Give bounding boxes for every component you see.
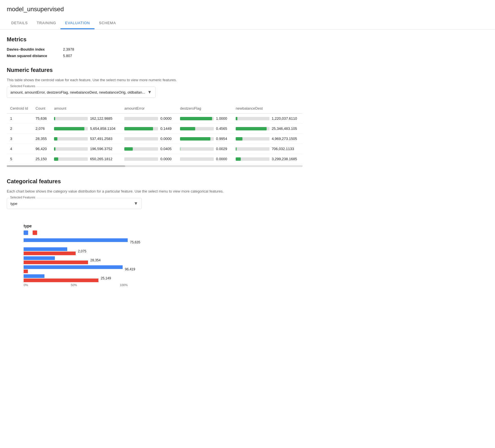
metrics-title: Metrics (7, 36, 303, 43)
bar-cell: 0.0000 (180, 157, 229, 161)
cell-destzeroflag: 0.9954 (177, 134, 232, 144)
cell-amounterror: 0.0000 (121, 154, 177, 164)
cell-newbalancedest: 1,220,037.6110 (232, 114, 303, 124)
chart-row: 28,354 (24, 256, 303, 264)
bar-blue (24, 238, 128, 242)
bar-cell: 3,299,238.1685 (236, 157, 299, 161)
categorical-select-value: type (10, 202, 17, 206)
bar-bg (124, 157, 158, 161)
bar-bg (180, 127, 214, 130)
col-header-newbalancedest: newbalanceDest (232, 103, 303, 114)
cell-amounterror: 0.1449 (121, 124, 177, 134)
cell-amount: 162,122.9885 (51, 114, 121, 124)
bar-cell: 0.1449 (124, 126, 173, 131)
chart-row-value: 96,419 (125, 267, 135, 271)
table-scroll-indicator[interactable] (7, 165, 303, 167)
bar-bg (54, 117, 88, 120)
table-row: 5 25,150 650,265.1812 0.0000 (7, 154, 303, 164)
bar-blue (24, 274, 44, 278)
categorical-features-title: Categorical features (7, 178, 303, 185)
bar-fill (124, 147, 133, 151)
bar-fill (180, 117, 212, 120)
col-header-centroid-id: Centroid Id (7, 103, 32, 114)
chart-bar-group (24, 256, 88, 264)
chart-row-value: 28,354 (90, 258, 101, 262)
bar-cell: 4,969,273.1505 (236, 137, 299, 141)
chart-bar-group (24, 274, 98, 282)
chart-bar-group (24, 247, 76, 255)
bar-bg (54, 157, 88, 161)
bar-bg (180, 117, 214, 120)
col-header-destzeroflag: destzeroFlag (177, 103, 232, 114)
bar-bg (236, 127, 269, 130)
metric-row-davies: Davies–Bouldin index 2.3978 (7, 47, 303, 51)
cell-amount: 5,654,858.1104 (51, 124, 121, 134)
bar-fill (54, 117, 55, 120)
cell-destzeroflag: 0.0000 (177, 154, 232, 164)
tab-evaluation[interactable]: EVALUATION (60, 17, 94, 29)
x-label-50: 50% (71, 283, 77, 287)
cell-amounterror: 0.0405 (121, 144, 177, 154)
cell-count: 96,420 (32, 144, 51, 154)
bar-blue (24, 265, 123, 269)
chart-title: type (24, 224, 303, 228)
bar-blue (24, 256, 55, 260)
categorical-features-section: Categorical features Each chart below sh… (7, 178, 303, 291)
bar-fill (54, 127, 84, 130)
cell-amount: 650,265.1812 (51, 154, 121, 164)
bar-cell: 650,265.1812 (54, 157, 118, 161)
numeric-features-select[interactable]: amount, amountError, destzeroFlag, newba… (7, 87, 156, 98)
numeric-features-title: Numeric features (7, 67, 303, 73)
chart-row: 75,635 (24, 238, 303, 246)
bar-bg (236, 147, 269, 151)
chart-row: 25,149 (24, 274, 303, 282)
bar-fill (54, 137, 57, 141)
metric-label-davies: Davies–Bouldin index (7, 47, 63, 51)
categorical-features-description: Each chart below shows the category valu… (7, 189, 303, 193)
bar-cell: 0.4565 (180, 126, 229, 131)
categorical-features-select-container: Selected Features type ▼ (7, 198, 142, 209)
cell-centroid-id: 3 (7, 134, 32, 144)
bar-fill (236, 147, 237, 151)
chevron-down-icon: ▼ (147, 90, 152, 95)
bar-cell: 162,122.9885 (54, 116, 118, 121)
bar-bg (54, 127, 88, 130)
chart-row-value: 25,149 (101, 276, 111, 280)
table-scroll-thumb (7, 165, 125, 167)
bar-bg (54, 137, 88, 141)
bar-fill (236, 137, 242, 141)
chevron-down-icon-cat: ▼ (134, 201, 138, 206)
bar-cell: 0.0029 (180, 147, 229, 151)
x-label-0: 0% (24, 283, 28, 287)
bar-cell: 1.0000 (180, 116, 229, 121)
categorical-select-label: Selected Features (9, 196, 36, 199)
bar-fill (236, 117, 237, 120)
bar-bg (236, 137, 269, 141)
bar-red (24, 270, 28, 273)
cell-newbalancedest: 4,969,273.1505 (232, 134, 303, 144)
table-header-row: Centroid Id Count amount amountError des… (7, 103, 303, 114)
categorical-features-select[interactable]: type ▼ (7, 198, 142, 209)
tab-schema[interactable]: SCHEMA (94, 17, 120, 29)
table-row: 1 75,636 162,122.9885 0.0000 (7, 114, 303, 124)
main-content: Metrics Davies–Bouldin index 2.3978 Mean… (0, 30, 309, 309)
cell-amounterror: 0.0000 (121, 114, 177, 124)
numeric-features-select-container: Selected Features amount, amountError, d… (7, 87, 156, 98)
bar-red (24, 261, 88, 264)
tab-details[interactable]: DETAILS (7, 17, 32, 29)
cell-destzeroflag: 0.0029 (177, 144, 232, 154)
categorical-chart-container: type 75,635 2,075 (7, 219, 303, 291)
chart-bar-group (24, 238, 128, 246)
bar-cell: 706,032.1133 (236, 147, 299, 151)
cell-destzeroflag: 1.0000 (177, 114, 232, 124)
numeric-features-description: This table shows the centroid value for … (7, 78, 303, 82)
numeric-features-table: Centroid Id Count amount amountError des… (7, 103, 303, 164)
bar-bg (124, 117, 158, 120)
cell-amount: 196,596.3752 (51, 144, 121, 154)
bar-fill (180, 137, 210, 141)
bar-cell: 5,654,858.1104 (54, 126, 118, 131)
cell-count: 28,355 (32, 134, 51, 144)
bar-bg (54, 147, 88, 151)
legend-item-red (33, 230, 37, 235)
tab-training[interactable]: TRAINING (32, 17, 61, 29)
